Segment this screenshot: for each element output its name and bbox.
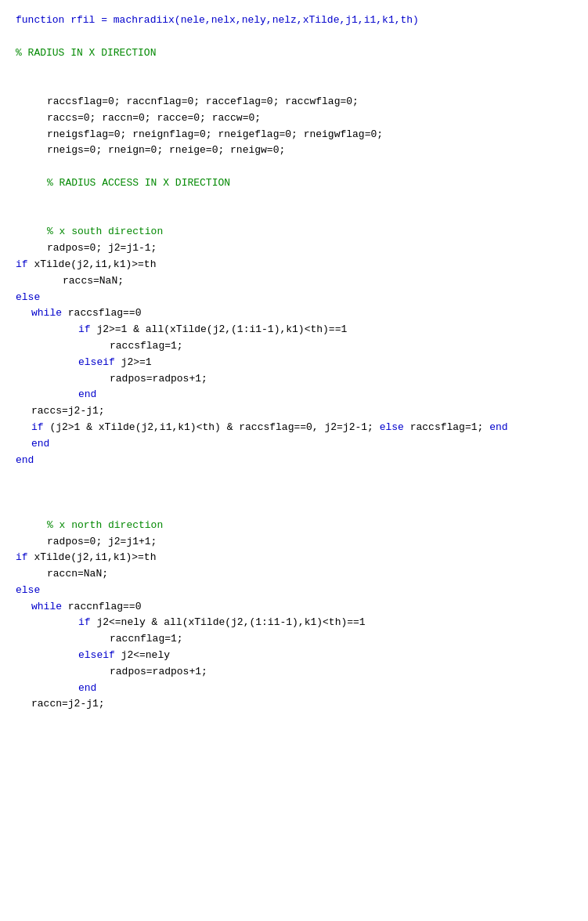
code-line: end (16, 436, 572, 453)
code-token: else (16, 291, 40, 303)
code-line: % RADIUS IN X DIRECTION (16, 45, 572, 62)
code-editor: function rfil = machradiix(nele,nelx,nel… (16, 13, 572, 713)
code-line: raccsflag=1; (16, 338, 572, 355)
code-line (16, 61, 572, 78)
code-token: radpos=radpos+1; (110, 373, 207, 385)
code-line (16, 485, 572, 501)
code-token: rneigsflag=0; rneignflag=0; rneigeflag=0… (47, 128, 383, 140)
code-token: radpos=radpos+1; (110, 666, 207, 677)
code-line: else (16, 583, 572, 599)
code-token: raccnflag=1; (110, 633, 183, 645)
code-token: else (16, 584, 40, 596)
code-token: end (489, 421, 507, 433)
code-line: if (j2>1 & xTilde(j2,i1,k1)<th) & raccsf… (16, 420, 572, 436)
code-token: radpos=0; j2=j1-1; (47, 242, 157, 254)
code-token: radpos=0; j2=j1+1; (47, 536, 157, 547)
code-token: j2<=nely (115, 649, 170, 661)
code-token: (j2>1 & xTilde(j2,i1,k1)<th) & raccsflag… (44, 421, 380, 433)
code-token: raccs=NaN; (63, 275, 124, 287)
code-token: elseif (78, 649, 115, 661)
code-token: raccsflag=0; raccnflag=0; racceflag=0; r… (47, 96, 359, 107)
code-line: else (16, 290, 572, 306)
code-token: while (31, 601, 62, 612)
code-line: rneigs=0; rneign=0; rneige=0; rneigw=0; (16, 143, 572, 159)
code-token: j2>=1 & all(xTilde(j2,(1:i1-1),k1)<th)==… (91, 323, 348, 335)
code-line: if xTilde(j2,i1,k1)>=th (16, 257, 572, 273)
code-token: end (78, 682, 96, 694)
code-line: end (16, 681, 572, 697)
code-token: raccsflag=1; (404, 421, 489, 433)
code-line (16, 501, 572, 518)
code-line (16, 208, 572, 225)
code-line: end (16, 387, 572, 403)
code-line: raccs=j2-j1; (16, 403, 572, 420)
code-token: end (16, 454, 34, 466)
code-line: radpos=0; j2=j1+1; (16, 534, 572, 551)
code-token: if (16, 551, 28, 563)
code-token: if (16, 258, 28, 270)
code-token: raccnflag==0 (62, 601, 141, 612)
code-token: rneigs=0; rneign=0; rneige=0; rneigw=0; (47, 144, 285, 156)
code-line: if j2>=1 & all(xTilde(j2,(1:i1-1),k1)<th… (16, 322, 572, 338)
code-token: raccs=j2-j1; (31, 405, 105, 417)
code-line: % x north direction (16, 518, 572, 534)
code-token: function rfil = machradiix(nele,nelx,nel… (16, 14, 419, 26)
code-token: elseif (78, 356, 115, 368)
code-token: % RADIUS IN X DIRECTION (16, 47, 156, 59)
code-token: j2>=1 (115, 356, 152, 368)
code-token: xTilde(j2,i1,k1)>=th (28, 551, 157, 563)
code-line: rneigsflag=0; rneignflag=0; rneigeflag=0… (16, 127, 572, 143)
code-line: radpos=radpos+1; (16, 371, 572, 388)
code-line: % RADIUS ACCESS IN X DIRECTION (16, 175, 572, 192)
code-token: else (380, 421, 404, 433)
code-line (16, 468, 572, 485)
code-line: end (16, 453, 572, 469)
code-token: raccn=j2-j1; (31, 698, 105, 710)
code-line: if xTilde(j2,i1,k1)>=th (16, 550, 572, 566)
code-line: elseif j2>=1 (16, 355, 572, 371)
code-token: if (31, 421, 44, 433)
code-token: raccs=0; raccn=0; racce=0; raccw=0; (47, 112, 261, 124)
code-token: end (31, 438, 49, 450)
code-token: % x south direction (47, 226, 163, 237)
code-token: while (31, 307, 62, 319)
code-line: raccsflag=0; raccnflag=0; racceflag=0; r… (16, 94, 572, 110)
code-line: function rfil = machradiix(nele,nelx,nel… (16, 13, 572, 29)
code-line: raccn=j2-j1; (16, 696, 572, 713)
code-line: raccs=0; raccn=0; racce=0; raccw=0; (16, 110, 572, 127)
code-line: radpos=0; j2=j1-1; (16, 240, 572, 257)
code-token: raccsflag=1; (110, 340, 183, 352)
code-line: if j2<=nely & all(xTilde(j2,(1:i1-1),k1)… (16, 615, 572, 631)
code-line: % x south direction (16, 224, 572, 240)
code-line (16, 78, 572, 94)
code-token: % RADIUS ACCESS IN X DIRECTION (47, 177, 230, 189)
code-token: if (78, 323, 91, 335)
code-line: while raccsflag==0 (16, 305, 572, 322)
code-token: raccsflag==0 (62, 307, 141, 319)
code-token: raccn=NaN; (47, 568, 108, 580)
code-line: while raccnflag==0 (16, 599, 572, 616)
code-line: raccn=NaN; (16, 566, 572, 583)
code-token: end (78, 388, 96, 400)
code-line (16, 159, 572, 175)
code-token: j2<=nely & all(xTilde(j2,(1:i1-1),k1)<th… (91, 616, 366, 628)
code-line (16, 29, 572, 45)
code-line: raccs=NaN; (16, 273, 572, 290)
code-token: xTilde(j2,i1,k1)>=th (28, 258, 157, 270)
code-line: radpos=radpos+1; (16, 664, 572, 681)
code-token: % x north direction (47, 519, 163, 531)
code-line: raccnflag=1; (16, 631, 572, 648)
code-token: if (78, 616, 91, 628)
code-line: elseif j2<=nely (16, 648, 572, 664)
code-line (16, 192, 572, 208)
